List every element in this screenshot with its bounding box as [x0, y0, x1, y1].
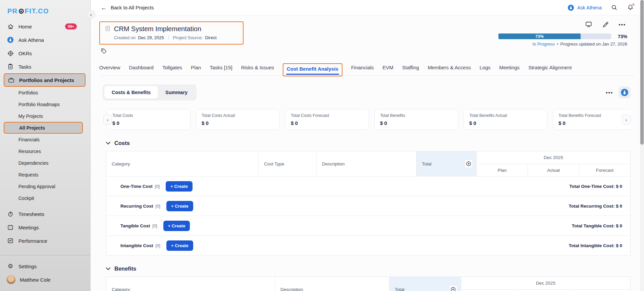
edit-pencil-icon[interactable]: [602, 21, 609, 28]
card-label: Total Benefits: [380, 113, 452, 118]
card-label: Total Costs Forecast: [291, 113, 363, 118]
tag-icon[interactable]: [101, 50, 107, 55]
more-actions-icon[interactable]: •••: [619, 22, 626, 27]
sidebar-subitem-label: Resources: [18, 149, 41, 154]
sidebar-item-portfolios[interactable]: Portfolios: [0, 87, 90, 98]
toggle-costs-benefits[interactable]: Costs & Benefits: [104, 86, 158, 99]
sidebar-item-meetings[interactable]: Meetings: [0, 221, 90, 234]
sidebar-subitem-label: All Projects: [19, 125, 45, 131]
toggle-summary[interactable]: Summary: [158, 86, 195, 99]
row-count: [0]: [156, 204, 160, 209]
notifications-bell-icon[interactable]: [627, 4, 634, 11]
sidebar-item-requests[interactable]: Requests: [0, 169, 90, 180]
costs-table: Category Cost Type Description Total Dec…: [106, 151, 631, 256]
sidebar-item-dependencies[interactable]: Dependencies: [0, 157, 90, 169]
athena-icon: [567, 4, 575, 11]
row-total: Total Recurring Cost: $ 0: [569, 204, 622, 209]
sidebar-item-settings[interactable]: ⚙ Settings: [0, 260, 90, 273]
scrollbar-thumb[interactable]: [640, 0, 644, 145]
back-to-all-projects-link[interactable]: ← Back to All Projects: [101, 5, 154, 11]
row-label: One-Time Cost: [120, 184, 153, 189]
created-on-value: Dec 29, 2025: [138, 35, 164, 40]
tab-staffing[interactable]: Staffing: [402, 65, 419, 70]
sidebar-item-cockpit[interactable]: Cockpit: [0, 192, 90, 204]
column-total-label: Total: [422, 161, 432, 166]
tab-members-access[interactable]: Members & Access: [428, 65, 471, 70]
sidebar-subitem-label: Cockpit: [18, 196, 34, 201]
column-description: Description: [317, 151, 417, 176]
gear-icon: ⚙: [7, 263, 14, 270]
sidebar-subitem-label: My Projects: [18, 114, 43, 119]
column-total: Total: [417, 151, 477, 176]
tab-evm[interactable]: EVM: [382, 65, 393, 70]
tab-financials[interactable]: Financials: [351, 65, 374, 70]
create-one-time-cost-button[interactable]: + Create: [166, 181, 193, 192]
home-icon: [7, 23, 14, 30]
card-total-benefits: Total Benefits $ 0: [374, 109, 458, 130]
more-options-icon[interactable]: •••: [606, 90, 613, 95]
sidebar-lower-group: Timesheets Meetings Performance: [0, 207, 90, 247]
column-plan: Plan: [477, 164, 528, 176]
sidebar-item-ask-athena[interactable]: Ask Athena: [0, 33, 90, 47]
chevron-down-icon: [106, 142, 110, 145]
create-recurring-cost-button[interactable]: + Create: [166, 201, 193, 211]
sidebar-item-resources[interactable]: Resources: [0, 145, 90, 157]
costs-table-header: Category Cost Type Description Total Dec…: [106, 151, 630, 176]
row-label: Tangible Cost: [120, 223, 150, 228]
sidebar-item-performance[interactable]: Performance: [0, 234, 90, 247]
sidebar-item-portfolio-roadmaps[interactable]: Portfolio Roadmaps: [0, 98, 90, 110]
create-tangible-cost-button[interactable]: + Create: [163, 221, 190, 231]
sidebar-item-label: Tasks: [18, 64, 31, 70]
athena-assistant-button[interactable]: [619, 86, 631, 98]
project-source-value: Direct: [205, 35, 217, 40]
tab-risks-issues[interactable]: Risks & Issues: [241, 65, 274, 70]
column-cost-type: Cost Type: [259, 151, 317, 176]
card-value: $ 0: [202, 120, 274, 126]
costs-section-header[interactable]: Costs: [106, 140, 631, 146]
sidebar-item-portfolios-and-projects[interactable]: Portfolios and Projects: [4, 73, 86, 87]
sidebar-item-okrs[interactable]: OKRs: [0, 47, 90, 60]
tab-tasks[interactable]: Tasks [15]: [210, 65, 232, 70]
ask-athena-button[interactable]: Ask Athena: [567, 4, 602, 11]
card-total-costs-actual: Total Costs Actual $ 0: [196, 109, 280, 130]
card-value: $ 0: [291, 120, 363, 126]
sidebar-nav: Home 99+ Ask Athena OKRs Tasks: [0, 20, 90, 247]
cards-scroll-left-button[interactable]: ‹: [103, 115, 112, 125]
sidebar-user-profile[interactable]: Matthew Cole: [0, 273, 90, 286]
sidebar-item-timesheets[interactable]: Timesheets: [0, 207, 90, 221]
sidebar-subitem-label: Portfolio Roadmaps: [18, 102, 60, 107]
tab-cost-benefit-analysis[interactable]: Cost Benefit Analysis: [283, 63, 342, 76]
sidebar-item-my-projects[interactable]: My Projects: [0, 110, 90, 122]
sidebar-item-financials[interactable]: Financials: [0, 134, 90, 145]
briefcase-icon: [7, 76, 15, 84]
tab-plan[interactable]: Plan: [191, 65, 201, 70]
benefits-section-header[interactable]: Benefits: [106, 266, 631, 272]
project-title-box: CRM System Implementation Created on Dec…: [99, 21, 244, 45]
vertical-scrollbar[interactable]: [640, 0, 644, 291]
column-forecast: Forecast: [579, 164, 630, 176]
search-icon[interactable]: [610, 4, 618, 11]
sidebar-item-home[interactable]: Home 99+: [0, 20, 90, 33]
tab-strategic-alignment[interactable]: Strategic Alignment: [528, 65, 572, 70]
column-total-label: Total: [395, 287, 405, 291]
sidebar-collapse-button[interactable]: ‹: [87, 10, 95, 19]
sidebar-item-tasks[interactable]: Tasks: [0, 60, 90, 73]
create-intangible-cost-button[interactable]: + Create: [166, 240, 193, 251]
status-badge[interactable]: In Progress: [532, 42, 554, 47]
topbar: ← Back to All Projects Ask Athena: [91, 0, 644, 15]
add-column-button[interactable]: [449, 285, 458, 291]
add-column-button[interactable]: [464, 159, 473, 168]
tab-logs[interactable]: Logs: [480, 65, 491, 70]
tab-meetings[interactable]: Meetings: [499, 65, 520, 70]
sidebar-item-all-projects[interactable]: All Projects: [4, 122, 83, 134]
presentation-icon[interactable]: [585, 21, 592, 28]
sidebar-item-pending-approval[interactable]: Pending Approval: [0, 180, 90, 192]
tab-tollgates[interactable]: Tollgates: [162, 65, 182, 70]
row-total: Total One-Time Cost: $ 0: [569, 184, 622, 189]
cards-scroll-right-button[interactable]: ›: [622, 115, 631, 125]
progress-updated-text: Progress updated on Jan 27, 2026: [560, 42, 627, 47]
cost-row-one-time: One-Time Cost [0] + Create Total One-Tim…: [106, 176, 630, 196]
sidebar-item-label: Ask Athena: [18, 37, 44, 43]
tab-overview[interactable]: Overview: [99, 65, 120, 70]
tab-dashboard[interactable]: Dashboard: [129, 65, 154, 70]
